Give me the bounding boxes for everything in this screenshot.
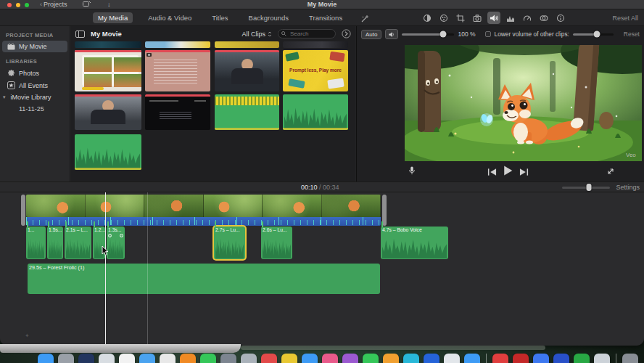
dock-icon[interactable] [492,354,508,363]
tab-backgrounds[interactable]: Backgrounds [244,12,294,23]
dock-icon[interactable] [403,354,419,363]
volume-slider[interactable] [402,33,454,36]
forward-circle-icon[interactable] [342,29,351,38]
media-thumbnail-promo[interactable]: Prompt less, Play more [283,50,348,91]
dock-icon[interactable] [553,354,569,363]
skip-forward-button[interactable] [519,166,529,179]
tab-my-media[interactable]: My Media [93,12,133,23]
fade-handle[interactable] [120,234,123,237]
sidebar-item-my-movie[interactable]: My Movie [2,41,67,52]
play-button[interactable] [503,166,513,179]
playhead[interactable] [105,192,106,344]
person-figure [91,100,125,124]
dock-icon[interactable] [261,354,277,363]
dock-icon[interactable] [383,354,399,363]
media-thumbnail[interactable] [283,41,348,48]
sidebar-item-all-events[interactable]: All Events [0,79,70,91]
dock-icon[interactable] [281,354,297,363]
search-field[interactable] [278,29,336,38]
waveform [28,232,44,258]
stabilization-icon[interactable] [471,12,484,24]
record-voiceover-button[interactable] [408,166,416,179]
timeline-settings-button[interactable]: Settings [616,184,640,191]
fullscreen-icon[interactable] [606,166,615,179]
dock-icon[interactable] [139,354,155,363]
timeline-audio-clip[interactable]: 1... [26,227,46,259]
media-thumbnail-audio[interactable] [215,94,279,130]
search-input[interactable] [289,30,332,38]
color-correction-icon[interactable] [437,12,450,24]
timeline-audio-clip[interactable]: 1.5s... [47,227,63,259]
timeline-audio-clip[interactable]: 4.7s – Bobo Voice [381,227,448,259]
sidebar-item-photos[interactable]: Photos [0,67,70,79]
dock-icon[interactable] [180,354,196,363]
dock-icon[interactable] [58,354,74,363]
dock-icon[interactable] [78,354,94,363]
timeline-audio-clip[interactable]: 2.6s – Lu... [261,227,292,259]
media-thumbnail[interactable] [215,41,279,48]
dock-icon[interactable] [513,354,529,363]
ducking-slider[interactable] [573,33,614,36]
media-thumbnail[interactable] [145,41,210,48]
dock-icon[interactable] [363,354,379,363]
volume-icon[interactable] [487,12,500,24]
dock-icon[interactable] [160,354,176,363]
dock-icon[interactable] [342,354,358,363]
dock-icon[interactable] [594,354,610,363]
auto-volume-button[interactable]: Auto [361,30,381,39]
dock-icon[interactable] [322,354,338,363]
info-icon[interactable] [554,12,567,24]
reset-all-button[interactable]: Reset All [612,15,638,22]
media-thumbnail[interactable] [75,41,141,48]
dock-icon[interactable] [444,354,460,363]
dock-icon[interactable] [38,354,54,363]
tab-audio-video[interactable]: Audio & Video [143,12,197,23]
media-thumbnail-audio[interactable] [283,94,348,130]
dock-icon[interactable] [241,354,257,363]
timeline-zoom-slider[interactable] [562,187,610,189]
mouse-cursor [102,245,110,256]
dock-icon[interactable] [302,354,318,363]
enhance-wand-icon[interactable] [358,12,371,25]
mute-button[interactable] [385,29,398,39]
media-thumbnail-terminal[interactable] [145,94,210,130]
media-thumbnail-note[interactable] [145,50,210,91]
tab-titles[interactable]: Titles [207,12,233,23]
dock-icon[interactable] [200,354,216,363]
dock-icon[interactable] [119,354,135,363]
noise-equalizer-icon[interactable] [504,12,517,24]
dock-icon[interactable] [574,354,590,363]
timeline-audio-clip[interactable]: 2.1s – L... [65,227,91,259]
dock-icon[interactable] [622,354,638,363]
dock-icon[interactable] [464,354,480,363]
timeline-audio-clip[interactable]: 2.7s – Lu... [214,227,245,259]
dock-icon[interactable] [424,354,439,363]
sidebar-item-imovie-library[interactable]: ▾ iMovie Library [0,91,70,103]
dock-icon[interactable] [99,354,115,363]
media-thumbnail-webcam[interactable] [215,50,279,91]
sidebar-item-date[interactable]: 11-11-25 [0,103,70,115]
media-thumbnail-audio[interactable] [75,134,141,170]
sidebar-toggle-icon[interactable] [75,30,85,38]
background-music-clip[interactable]: 29.5s – Forest Frolic (1) [28,264,380,294]
fade-handle[interactable] [108,234,112,237]
chevron-down-icon: ▾ [3,94,6,100]
lower-volume-checkbox[interactable] [485,31,491,37]
updown-chevron-icon [268,31,272,37]
dock-icon[interactable] [533,354,549,363]
media-thumbnail-fox-grid[interactable] [75,50,141,91]
reset-button[interactable]: Reset [624,30,640,38]
media-thumbnail-webcam[interactable] [75,94,141,130]
crop-icon[interactable] [454,12,467,24]
volume-slider-knob[interactable] [439,31,446,38]
all-clips-dropdown[interactable]: All Clips [242,30,272,38]
skip-back-button[interactable] [487,166,497,179]
tab-transitions[interactable]: Transitions [304,12,347,23]
zoom-slider-knob[interactable] [586,184,591,191]
color-balance-icon[interactable] [421,12,434,24]
clip-label: 2.7s – Lu... [214,227,245,233]
ducking-slider-knob[interactable] [594,31,600,38]
dock-icon[interactable] [220,354,236,363]
clip-filter-icon[interactable] [537,12,550,24]
speed-icon[interactable] [521,12,534,24]
